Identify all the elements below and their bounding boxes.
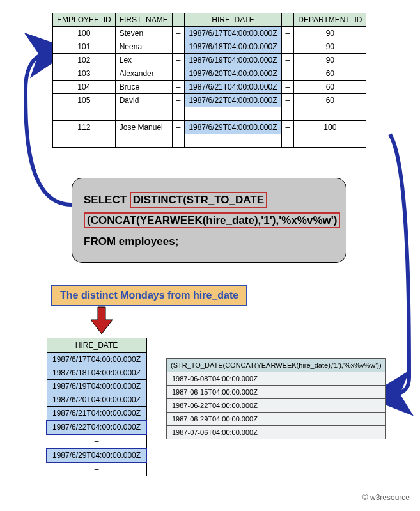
employees-table: EMPLOYEE_IDFIRST_NAMEHIRE_DATEDEPARTMENT… [52, 13, 366, 148]
sql-query-box: SELECT DISTINCT(STR_TO_DATE (CONCAT(YEAR… [72, 178, 346, 263]
table-row: 1987/6/20T04:00:00.000Z [47, 393, 146, 407]
employees-col-header: HIRE_DATE [185, 13, 281, 27]
table-row: 1987-06-08T04:00:00.000Z [167, 372, 386, 386]
table-row: 101Neena–1987/6/18T04:00:00.000Z–90 [53, 40, 366, 54]
table-row: – [47, 462, 146, 476]
table-row: 1987/6/22T04:00:00.000Z [47, 420, 146, 434]
table-row: 1987/6/19T04:00:00.000Z [47, 380, 146, 393]
table-row: 104Bruce–1987/6/21T04:00:00.000Z–60 [53, 81, 366, 94]
table-row: – [47, 434, 146, 448]
table-row: 1987-06-15T04:00:00.000Z [167, 386, 386, 399]
table-row: 1987-06-29T04:00:00.000Z [167, 413, 386, 426]
red-down-arrow [89, 307, 114, 334]
table-row: –––––– [53, 134, 366, 148]
caption-label: The distinct Mondays from hire_date [51, 285, 247, 306]
table-row: 1987-06-22T04:00:00.000Z [167, 399, 386, 413]
hire-date-header: HIRE_DATE [47, 338, 146, 353]
table-row: 112Jose Manuel–1987/6/29T04:00:00.000Z–1… [53, 121, 366, 134]
table-row: 102Lex–1987/6/19T04:00:00.000Z–90 [53, 54, 366, 67]
table-row: 103Alexander–1987/6/20T04:00:00.000Z–60 [53, 67, 366, 81]
credit-text: © w3resource [362, 493, 410, 502]
table-row: 1987/6/18T04:00:00.000Z [47, 366, 146, 380]
result-header: (STR_TO_DATE(CONCAT(YEARWEEK(hire_date),… [167, 359, 386, 372]
table-row: 1987/6/17T04:00:00.000Z [47, 353, 146, 366]
sql-distinct-part: DISTINCT(STR_TO_DATE [130, 192, 267, 208]
employees-col-header [172, 13, 185, 27]
table-row: 105David–1987/6/22T04:00:00.000Z–60 [53, 94, 366, 107]
employees-col-header [281, 13, 294, 27]
employees-col-header: FIRST_NAME [115, 13, 172, 27]
result-table: (STR_TO_DATE(CONCAT(YEARWEEK(hire_date),… [166, 358, 386, 439]
sql-select: SELECT [84, 194, 130, 206]
employees-col-header: DEPARTMENT_ID [294, 13, 366, 27]
hire-date-table: HIRE_DATE 1987/6/17T04:00:00.000Z1987/6/… [46, 338, 147, 476]
employees-col-header: EMPLOYEE_ID [53, 13, 116, 27]
sql-from: FROM employees; [84, 235, 178, 248]
table-row: 100Steven–1987/6/17T04:00:00.000Z–90 [53, 27, 366, 40]
table-row: 1987/6/29T04:00:00.000Z [47, 448, 146, 462]
table-row: 1987/6/21T04:00:00.000Z [47, 407, 146, 421]
table-row: 1987-07-06T04:00:00.000Z [167, 426, 386, 439]
sql-concat-part: (CONCAT(YEARWEEK(hire_date),'1'),'%x%v%w… [84, 212, 340, 228]
table-row: –––––– [53, 107, 366, 121]
